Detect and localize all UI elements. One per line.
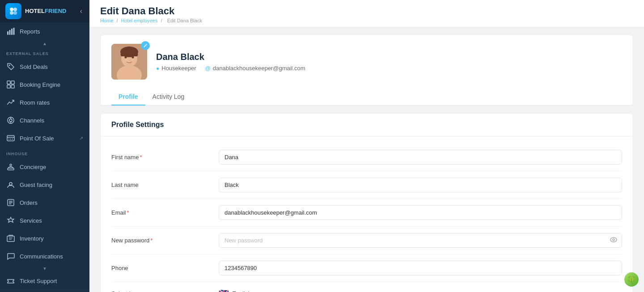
orders-icon <box>6 198 15 207</box>
svg-rect-6 <box>11 29 13 35</box>
form-row-last-name: Last name <box>111 171 622 199</box>
sidebar-item-point-of-sale[interactable]: Point Of Sale ↗ <box>0 129 89 147</box>
sidebar-item-orders-label: Orders <box>20 199 38 206</box>
scroll-down-indicator: ▼ <box>0 265 89 272</box>
breadcrumb-current: Edit Dana Black <box>167 18 202 23</box>
sidebar-item-concierge[interactable]: Concierge <box>0 158 89 176</box>
profile-tabs: Profile Activity Log <box>101 89 633 106</box>
external-sales-label: EXTERNAL SALES <box>0 47 89 58</box>
svg-point-8 <box>9 65 10 66</box>
svg-rect-19 <box>8 139 9 140</box>
chart-icon <box>6 27 15 36</box>
form-row-new-password: New password* <box>111 227 622 254</box>
input-wrap-new-password <box>219 233 622 248</box>
input-wrap-email <box>219 205 622 220</box>
sidebar-item-guest-facing-label: Guest facing <box>20 182 52 188</box>
label-phone: Phone <box>111 265 219 271</box>
form-row-phone: Phone <box>111 254 622 282</box>
svg-rect-5 <box>9 30 11 35</box>
required-asterisk: * <box>140 154 142 161</box>
breadcrumb-home[interactable]: Home <box>100 18 113 23</box>
svg-rect-12 <box>11 85 14 88</box>
sidebar-item-booking-engine-label: Booking Engine <box>20 81 60 88</box>
sidebar-item-booking-engine[interactable]: Booking Engine <box>0 76 89 93</box>
svg-rect-29 <box>7 236 14 241</box>
breadcrumb-sep-1: / <box>116 18 118 23</box>
tab-activity-log[interactable]: Activity Log <box>145 89 192 106</box>
photo-edit-button[interactable] <box>141 41 150 50</box>
sidebar-item-room-rates[interactable]: Room rates <box>0 93 89 111</box>
guest-icon <box>6 180 15 189</box>
language-select-wrap: 🇬🇧 English <box>219 288 622 292</box>
services-icon <box>6 216 15 225</box>
sidebar-item-concierge-label: Concierge <box>20 164 46 170</box>
sidebar-item-room-rates-label: Room rates <box>20 99 50 106</box>
sidebar-item-orders[interactable]: Orders <box>0 194 89 212</box>
sidebar-item-channels[interactable]: Channels <box>0 111 89 129</box>
sidebar-item-communications-label: Communications <box>20 253 63 260</box>
svg-point-0 <box>10 8 13 11</box>
svg-rect-11 <box>7 85 10 88</box>
pos-icon <box>6 134 15 143</box>
breadcrumb-section[interactable]: Hotel employees <box>121 18 158 23</box>
tab-profile[interactable]: Profile <box>111 89 145 106</box>
phone-input[interactable] <box>219 261 622 275</box>
profile-meta: ● Housekeeper @ danablackhousekeeper@gma… <box>156 65 622 72</box>
form-row-first-name: First name* <box>111 144 622 171</box>
settings-header: Profile Settings <box>101 114 633 136</box>
profile-photo <box>111 44 147 80</box>
profile-role-text: Housekeeper <box>161 65 196 72</box>
sidebar-collapse-button[interactable]: ‹ <box>78 5 84 17</box>
profile-header: Dana Black ● Housekeeper @ danablackhous… <box>101 35 633 89</box>
sidebar-item-services[interactable]: Services <box>0 212 89 229</box>
new-password-input[interactable] <box>219 233 622 248</box>
yoyo-icon: 🍀 <box>624 272 639 287</box>
input-wrap-phone <box>219 261 622 275</box>
svg-point-39 <box>131 59 134 62</box>
svg-point-14 <box>9 119 12 122</box>
sidebar: HOTELFRIEND ‹ Reports ▲ EXTERNAL SALES S… <box>0 0 89 292</box>
profile-name: Dana Black <box>156 52 622 62</box>
profile-info: Dana Black ● Housekeeper @ danablackhous… <box>156 52 622 72</box>
toggle-password-visibility-button[interactable] <box>610 236 618 245</box>
profile-email: @ danablackhousekeeper@gmail.com <box>205 65 305 72</box>
svg-point-41 <box>613 239 614 241</box>
svg-point-40 <box>610 237 617 242</box>
sidebar-item-inventory-label: Inventory <box>20 235 43 242</box>
profile-photo-wrapper <box>111 44 147 80</box>
sidebar-item-ticket-support[interactable]: Ticket Support <box>0 272 89 290</box>
inhouse-label: INHOUSE <box>0 147 89 158</box>
sidebar-item-sold-deals[interactable]: Sold Deals <box>0 58 89 76</box>
password-wrap <box>219 233 622 248</box>
svg-rect-7 <box>13 28 15 35</box>
tag-icon <box>6 62 15 71</box>
input-wrap-language: 🇬🇧 English <box>219 288 622 292</box>
sidebar-item-reports[interactable]: Reports <box>0 22 89 40</box>
profile-email-text: danablackhousekeeper@gmail.com <box>213 65 305 72</box>
first-name-input[interactable] <box>219 150 622 165</box>
settings-body: First name* Last name <box>101 136 633 292</box>
role-icon: ● <box>156 65 159 72</box>
bottom-logo: 🍀 <box>624 272 639 287</box>
tab-profile-label: Profile <box>119 93 138 100</box>
required-asterisk-email: * <box>127 209 129 216</box>
sidebar-item-channels-label: Channels <box>20 117 44 124</box>
last-name-input[interactable] <box>219 178 622 192</box>
sidebar-item-communications[interactable]: Communications <box>0 247 89 265</box>
label-language: Select language <box>111 290 219 292</box>
sidebar-user: S Sofia @Hotel Admin → <box>0 290 89 292</box>
input-wrap-first-name <box>219 150 622 165</box>
required-asterisk-pw: * <box>150 237 153 244</box>
sidebar-item-inventory[interactable]: Inventory <box>0 229 89 247</box>
page-header: Edit Dana Black Home / Hotel employees /… <box>89 0 644 27</box>
form-row-email: Email* <box>111 199 622 227</box>
sidebar-item-sold-deals-label: Sold Deals <box>20 63 48 70</box>
sidebar-item-guest-facing[interactable]: Guest facing <box>0 176 89 194</box>
ticket-icon <box>6 276 15 285</box>
breadcrumb: Home / Hotel employees / Edit Dana Black <box>100 18 633 23</box>
profile-card: Dana Black ● Housekeeper @ danablackhous… <box>100 34 633 106</box>
email-input[interactable] <box>219 205 622 220</box>
grid-icon <box>6 80 15 89</box>
sidebar-item-services-label: Services <box>20 217 42 224</box>
input-wrap-last-name <box>219 178 622 192</box>
